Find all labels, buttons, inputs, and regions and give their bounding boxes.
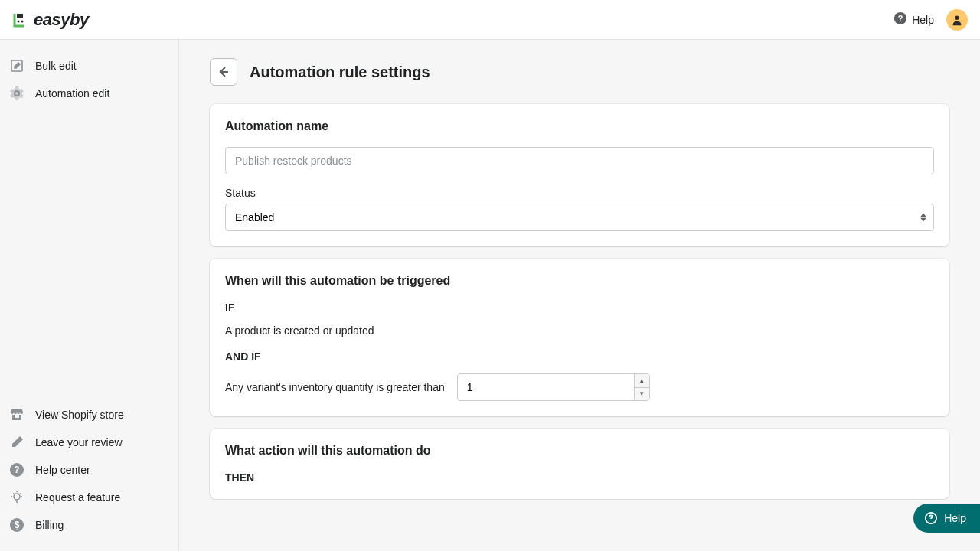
svg-text:?: ? xyxy=(898,14,903,23)
sidebar-top: Bulk edit Automation edit xyxy=(0,52,178,107)
andif-condition-text: Any variant's inventory quantity is grea… xyxy=(225,381,445,393)
svg-text:$: $ xyxy=(15,520,20,530)
help-link[interactable]: ? Help xyxy=(893,11,934,28)
lightbulb-icon xyxy=(9,490,24,505)
card-title: Automation name xyxy=(225,119,934,133)
back-button[interactable] xyxy=(210,58,237,86)
svg-point-0 xyxy=(18,20,20,22)
pencil-icon xyxy=(9,435,24,450)
quantity-step-down[interactable]: ▼ xyxy=(634,388,649,401)
quantity-input[interactable] xyxy=(457,373,650,401)
svg-point-4 xyxy=(955,15,959,19)
sidebar-item-billing[interactable]: $ Billing xyxy=(0,511,178,539)
andif-label: AND IF xyxy=(225,350,934,363)
user-icon xyxy=(950,13,964,27)
card-title: When will this automation be triggered xyxy=(225,274,934,288)
status-select[interactable]: Enabled xyxy=(225,204,934,231)
sidebar-item-label: Bulk edit xyxy=(35,60,77,72)
main-content: Automation rule settings Automation name… xyxy=(179,40,980,551)
sidebar-item-request-feature[interactable]: Request a feature xyxy=(0,484,178,511)
logo: easyby xyxy=(12,10,89,30)
help-fab[interactable]: Help xyxy=(913,504,980,533)
sidebar-item-label: Request a feature xyxy=(35,491,120,504)
svg-point-1 xyxy=(21,20,24,22)
automation-name-card: Automation name Status Enabled xyxy=(210,104,949,246)
svg-point-8 xyxy=(14,494,20,500)
sidebar-item-view-store[interactable]: View Shopify store xyxy=(0,401,178,429)
header-right: ? Help xyxy=(893,9,968,31)
svg-text:?: ? xyxy=(14,465,19,475)
sidebar-bottom: View Shopify store Leave your review ? H… xyxy=(0,401,178,539)
sidebar-item-label: View Shopify store xyxy=(35,409,124,421)
dollar-icon: $ xyxy=(9,517,24,533)
action-card: What action will this automation do THEN xyxy=(210,429,949,499)
logo-text: easyby xyxy=(34,10,89,30)
app-header: easyby ? Help xyxy=(0,0,980,40)
if-label: IF xyxy=(225,302,934,314)
help-label: Help xyxy=(912,14,934,26)
sidebar: Bulk edit Automation edit View Shopify s… xyxy=(0,40,179,551)
sidebar-item-label: Help center xyxy=(35,464,90,476)
then-label: THEN xyxy=(225,471,934,484)
gear-icon xyxy=(9,86,24,101)
card-title: What action will this automation do xyxy=(225,444,934,458)
sidebar-item-help-center[interactable]: ? Help center xyxy=(0,456,178,484)
page-header: Automation rule settings xyxy=(210,58,949,86)
sidebar-item-review[interactable]: Leave your review xyxy=(0,429,178,456)
trigger-card: When will this automation be triggered I… xyxy=(210,259,949,416)
help-circle-icon: ? xyxy=(893,11,907,28)
sidebar-item-label: Automation edit xyxy=(35,87,109,99)
logo-icon xyxy=(12,11,31,29)
page-title: Automation rule settings xyxy=(250,64,430,81)
sidebar-item-bulk-edit[interactable]: Bulk edit xyxy=(0,52,178,80)
avatar[interactable] xyxy=(946,9,968,31)
edit-icon xyxy=(9,58,24,73)
help-chat-icon xyxy=(924,511,938,525)
arrow-left-icon xyxy=(216,64,231,80)
sidebar-item-automation-edit[interactable]: Automation edit xyxy=(0,80,178,107)
store-icon xyxy=(9,407,24,422)
if-condition-text: A product is created or updated xyxy=(225,324,934,337)
help-fab-label: Help xyxy=(944,512,966,524)
sidebar-item-label: Leave your review xyxy=(35,436,122,448)
automation-name-input[interactable] xyxy=(225,147,934,174)
question-icon: ? xyxy=(9,462,24,478)
status-label: Status xyxy=(225,187,934,199)
sidebar-item-label: Billing xyxy=(35,519,64,531)
quantity-step-up[interactable]: ▲ xyxy=(634,374,649,388)
